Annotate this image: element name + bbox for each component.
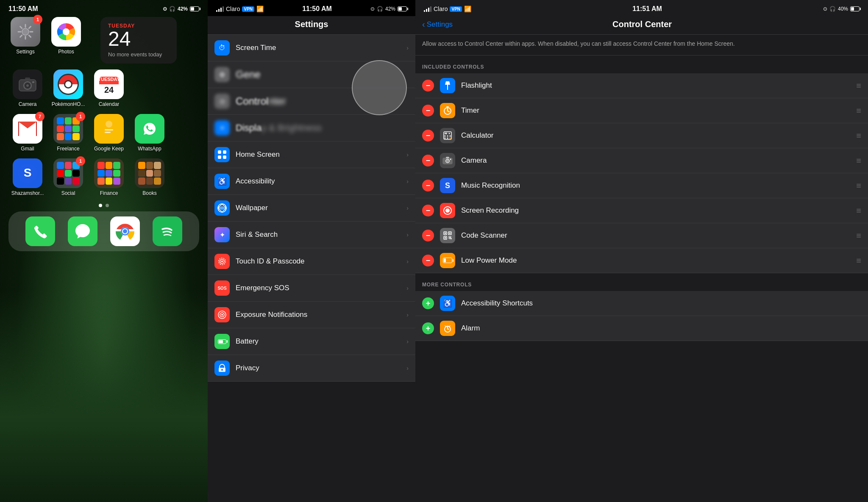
settings-row-wallpaper[interactable]: Wallpaper › bbox=[208, 195, 415, 222]
app-gmail[interactable]: 7 Gmail bbox=[11, 114, 45, 152]
cc-vpn-badge: VPN bbox=[450, 6, 462, 12]
app-camera[interactable]: Camera bbox=[11, 69, 45, 107]
app-freelance[interactable]: 1 Freelance bbox=[51, 114, 85, 152]
screen-recording-drag[interactable]: ≡ bbox=[856, 206, 861, 215]
wallpaper-label: Wallpaper bbox=[236, 204, 406, 212]
flashlight-remove-btn[interactable]: − bbox=[422, 80, 434, 92]
settings-row-general-blur[interactable]: ⚙ Gene bbox=[208, 61, 415, 88]
music-recognition-label: Music Recognition bbox=[461, 181, 856, 190]
cc-row-timer[interactable]: − Timer ≡ bbox=[415, 98, 868, 123]
calculator-remove-btn[interactable]: − bbox=[422, 130, 434, 141]
settings-status-icons: ⊙ 🎧 42% bbox=[370, 6, 407, 12]
vpn-badge: VPN bbox=[242, 6, 254, 12]
books-folder-icon bbox=[135, 158, 164, 188]
settings-row-accessibility[interactable]: ♿ Accessibility › bbox=[208, 168, 415, 195]
touchid-label: Touch ID & Passcode bbox=[236, 257, 406, 266]
music-remove-btn[interactable]: − bbox=[422, 180, 434, 191]
page-dots bbox=[0, 204, 208, 207]
timer-remove-btn[interactable]: − bbox=[422, 105, 434, 116]
screentime-label: Screen Time bbox=[236, 44, 406, 52]
cc-row-alarm[interactable]: + Alarm bbox=[415, 316, 868, 341]
pokemon-icon bbox=[53, 69, 83, 99]
svg-rect-60 bbox=[446, 157, 449, 158]
alarm-icon bbox=[440, 321, 455, 336]
location-icon: ⊙ bbox=[163, 6, 167, 12]
cc-battery-icon bbox=[850, 6, 860, 11]
svg-rect-14 bbox=[32, 81, 34, 83]
settings-row-screentime[interactable]: ⏱ Screen Time › bbox=[208, 35, 415, 61]
app-photos[interactable]: Photos bbox=[49, 17, 83, 55]
carrier-label: Claro bbox=[226, 6, 240, 12]
code-scanner-label: Code Scanner bbox=[461, 231, 856, 240]
cc-carrier: Claro VPN 📶 bbox=[424, 6, 471, 12]
svg-point-41 bbox=[221, 314, 223, 316]
app-calendar[interactable]: 24 TUESDAY Calendar bbox=[92, 69, 126, 107]
svg-point-38 bbox=[221, 261, 223, 262]
code-scanner-drag[interactable]: ≡ bbox=[856, 231, 861, 240]
social-label: Social bbox=[61, 190, 75, 196]
settings-row-siri[interactable]: ✦ Siri & Search › bbox=[208, 222, 415, 248]
settings-row-sos[interactable]: SOS Emergency SOS › bbox=[208, 275, 415, 302]
cc-wifi-icon: 📶 bbox=[464, 6, 471, 12]
settings-row-control-blur[interactable]: ⊙ Control nter bbox=[208, 88, 415, 115]
calculator-drag[interactable]: ≡ bbox=[856, 131, 861, 140]
settings-row-exposure[interactable]: Exposure Notifications › bbox=[208, 302, 415, 328]
settings-row-battery[interactable]: Battery › bbox=[208, 328, 415, 355]
svg-point-52 bbox=[447, 135, 448, 136]
accessibility-add-btn[interactable]: + bbox=[422, 297, 434, 309]
cc-row-low-power[interactable]: − Low Power Mode ≡ bbox=[415, 248, 868, 273]
home-row-3: 7 Gmail 1 Freelance bbox=[0, 111, 208, 155]
svg-rect-23 bbox=[105, 129, 113, 130]
accessibility-label: Accessibility bbox=[236, 177, 406, 186]
code-scanner-remove-btn[interactable]: − bbox=[422, 230, 434, 241]
cc-row-accessibility-shortcuts[interactable]: + ♿ Accessibility Shortcuts bbox=[415, 291, 868, 316]
display-label-blur: Displa bbox=[236, 122, 262, 133]
settings-row-touchid[interactable]: Touch ID & Passcode › bbox=[208, 248, 415, 275]
app-keep[interactable]: Google Keep bbox=[92, 114, 126, 152]
settings-time: 11:50 AM bbox=[302, 5, 332, 13]
cc-row-camera[interactable]: − Camera ≡ bbox=[415, 148, 868, 173]
app-books[interactable]: Books bbox=[133, 158, 167, 196]
panel-control-center: Claro VPN 📶 11:51 AM ⊙ 🎧 40% ‹ Settings … bbox=[415, 0, 868, 502]
app-shazam[interactable]: S Shazamshor... bbox=[11, 158, 45, 196]
low-power-drag[interactable]: ≡ bbox=[856, 256, 861, 265]
low-power-remove-btn[interactable]: − bbox=[422, 255, 434, 266]
dock-messages[interactable] bbox=[66, 216, 100, 246]
dock-phone[interactable] bbox=[23, 216, 57, 246]
cc-row-music-recognition[interactable]: − S Music Recognition ≡ bbox=[415, 173, 868, 198]
cc-row-flashlight[interactable]: − Flashlight ≡ bbox=[415, 73, 868, 98]
svg-line-5 bbox=[20, 27, 22, 28]
dock-chrome[interactable] bbox=[108, 216, 142, 246]
screen-recording-remove-btn[interactable]: − bbox=[422, 205, 434, 216]
panel-home-screen: 11:50 AM ⊙ 🎧 42% bbox=[0, 0, 208, 502]
cc-row-screen-recording[interactable]: − Screen Recording ≡ bbox=[415, 198, 868, 223]
flashlight-drag[interactable]: ≡ bbox=[856, 81, 861, 90]
siri-icon: ✦ bbox=[214, 227, 230, 242]
cc-row-calculator[interactable]: − Calculator ≡ bbox=[415, 123, 868, 148]
svg-point-61 bbox=[450, 158, 451, 160]
app-pokemon[interactable]: PokémonHO... bbox=[51, 69, 85, 107]
alarm-add-btn[interactable]: + bbox=[422, 322, 434, 334]
dock-spotify[interactable] bbox=[150, 216, 184, 246]
app-settings[interactable]: 1 Settings bbox=[8, 17, 42, 55]
settings-row-display-blur[interactable]: ☀ Displa y & Brightness bbox=[208, 115, 415, 141]
cc-description: Allow access to Control Center within ap… bbox=[415, 35, 868, 55]
camera-remove-btn[interactable]: − bbox=[422, 155, 434, 166]
camera-icon bbox=[13, 69, 42, 99]
timer-drag[interactable]: ≡ bbox=[856, 106, 861, 115]
calendar-widget[interactable]: TUESDAY 24 No more events today bbox=[100, 17, 177, 64]
cc-carrier-label: Claro bbox=[434, 6, 448, 12]
exposure-label: Exposure Notifications bbox=[236, 311, 406, 319]
settings-row-privacy[interactable]: Privacy › bbox=[208, 355, 415, 382]
app-whatsapp[interactable]: WhatsApp bbox=[133, 114, 167, 152]
settings-row-homescreen[interactable]: Home Screen › bbox=[208, 141, 415, 168]
music-drag[interactable]: ≡ bbox=[856, 181, 861, 190]
battery-icon bbox=[190, 6, 199, 11]
cc-back-button[interactable]: ‹ Settings bbox=[422, 19, 453, 29]
timer-icon bbox=[440, 103, 455, 118]
freelance-badge: 1 bbox=[76, 112, 85, 121]
app-social[interactable]: 1 Social bbox=[51, 158, 85, 196]
app-finance[interactable]: Finance bbox=[92, 158, 126, 196]
cc-row-code-scanner[interactable]: − Code Scanner ≡ bbox=[415, 223, 868, 248]
camera-drag[interactable]: ≡ bbox=[856, 156, 861, 165]
